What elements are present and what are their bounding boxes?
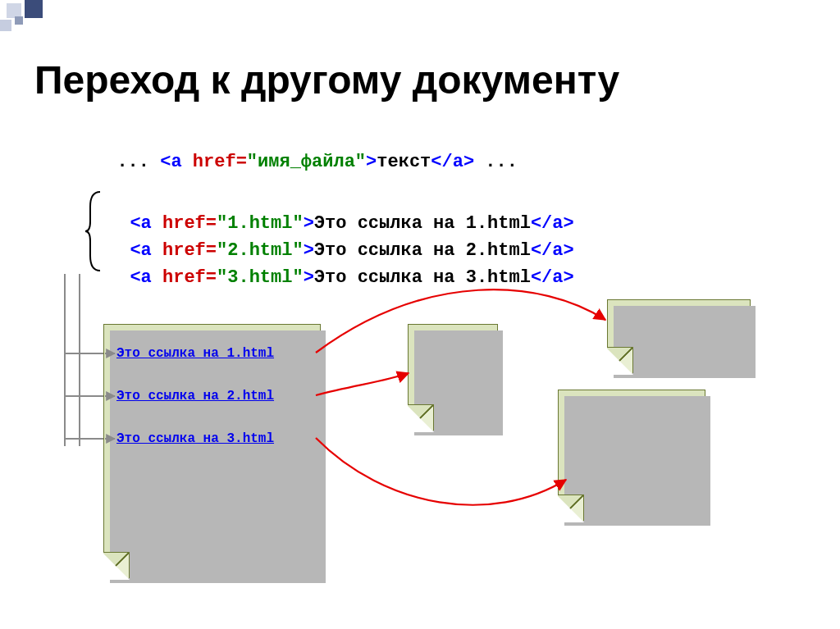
target-document-3 [558, 390, 705, 521]
hyperlink-1[interactable]: Это ссылка на 1.html [116, 346, 274, 361]
corner-decoration [0, 0, 49, 37]
hyperlink-3[interactable]: Это ссылка на 3.html [116, 431, 274, 446]
target-document-2 [408, 324, 498, 431]
hyperlink-2[interactable]: Это ссылка на 2.html [116, 389, 274, 403]
source-document [103, 324, 321, 578]
code-syntax: ... <a href="имя_файла">текст</a> ... [95, 131, 518, 172]
brace-icon [84, 190, 105, 272]
slide-title: Переход к другому документу [34, 57, 619, 103]
code-example-3: <a href="3.html">Это ссылка на 3.html</a… [108, 247, 574, 288]
target-document-1 [607, 299, 751, 373]
